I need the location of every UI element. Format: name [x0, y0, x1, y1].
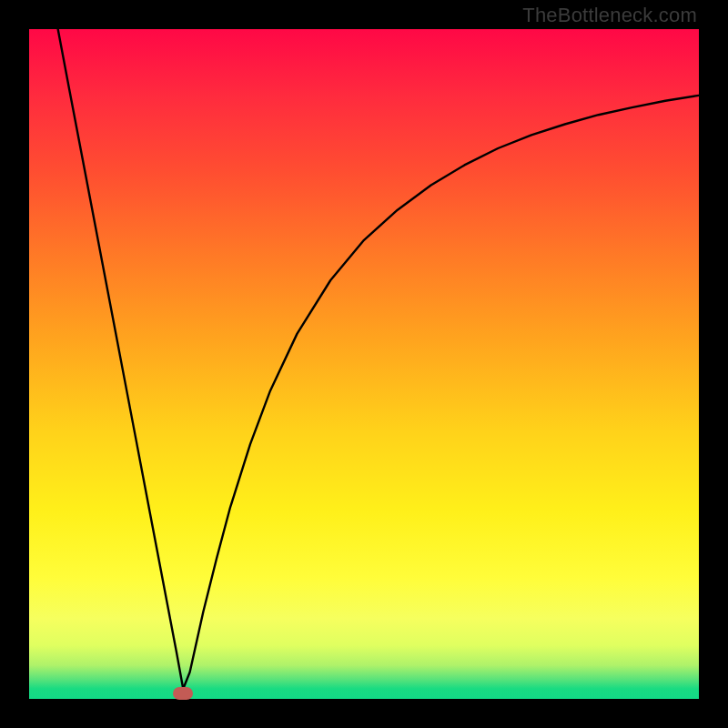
- curve-svg: [29, 29, 699, 699]
- chart-frame: TheBottleneck.com: [0, 0, 728, 728]
- plot-area: [29, 29, 699, 699]
- bottleneck-curve: [58, 29, 699, 689]
- watermark-text: TheBottleneck.com: [522, 4, 697, 27]
- dip-marker: [173, 687, 193, 700]
